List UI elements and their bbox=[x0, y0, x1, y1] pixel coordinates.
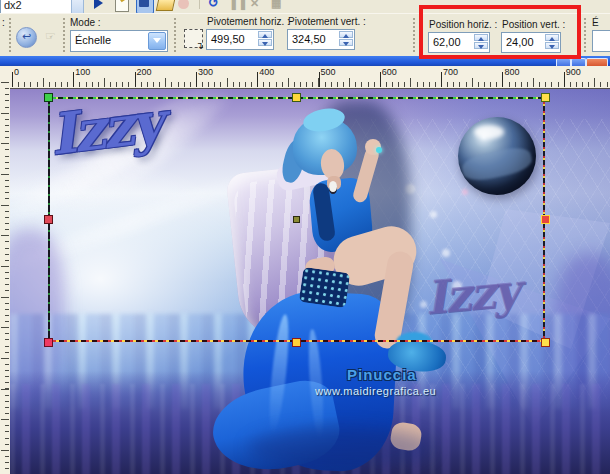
pivot-horiz-value: 499,50 bbox=[211, 33, 245, 45]
spinner-up-icon[interactable] bbox=[258, 31, 272, 38]
clipped-right-label: É bbox=[592, 17, 599, 28]
signature-text: Pinuccia bbox=[347, 366, 417, 383]
ruler-major-tick bbox=[73, 72, 74, 87]
middle-right-handle[interactable] bbox=[541, 215, 550, 224]
ruler-label: 700 bbox=[443, 67, 458, 77]
figure-reflection bbox=[248, 427, 433, 469]
mode-value: Échelle bbox=[75, 34, 111, 46]
folder-open-icon[interactable] bbox=[157, 0, 172, 11]
ruler-label: 400 bbox=[259, 67, 274, 77]
pivot-horiz-label: Pivotement horiz. : bbox=[207, 16, 290, 27]
standard-toolbar: dx2 ↺ ❚❚ ✕ ▦ bbox=[0, 0, 610, 13]
toolbar-separator bbox=[199, 0, 202, 9]
clipped-right-input bbox=[592, 30, 610, 52]
ruler-label: 800 bbox=[504, 67, 519, 77]
tool-options-palette: : ↩ ☞ Mode : Échelle Pivotement horiz. :… bbox=[0, 13, 610, 57]
top-right-handle[interactable] bbox=[541, 93, 550, 102]
page-edit-icon[interactable] bbox=[115, 0, 130, 11]
pivot-vert-value: 324,50 bbox=[292, 33, 326, 45]
preset-dropdown-button[interactable] bbox=[71, 0, 84, 13]
ruler-major-tick bbox=[12, 72, 13, 87]
group-separator bbox=[584, 18, 586, 52]
close-x-icon: ✕ bbox=[250, 0, 265, 11]
group-separator bbox=[174, 18, 176, 52]
position-horiz-label: Position horiz. : bbox=[429, 19, 497, 30]
preset-combobox[interactable]: dx2 bbox=[0, 0, 76, 13]
pivot-icon[interactable] bbox=[184, 29, 203, 48]
undo-icon[interactable]: ↺ bbox=[208, 0, 223, 11]
ruler-major-tick bbox=[257, 72, 258, 87]
record-icon bbox=[178, 0, 193, 11]
ruler-major-tick bbox=[380, 72, 381, 87]
pivot-vert-input[interactable]: 324,50 bbox=[287, 29, 355, 50]
ruler-label: 600 bbox=[382, 67, 397, 77]
spinner-up-icon[interactable] bbox=[474, 34, 488, 41]
paintshop-pro-window: dx2 ↺ ❚❚ ✕ ▦ : ↩ ☞ Mode : Échelle Pivote… bbox=[0, 0, 610, 474]
position-vert-value: 24,00 bbox=[506, 36, 534, 48]
spinner-up-icon[interactable] bbox=[339, 31, 353, 38]
center-pivot-handle[interactable] bbox=[293, 216, 300, 223]
ruler-mid-ticks bbox=[12, 78, 610, 87]
spinner-up-icon[interactable] bbox=[545, 34, 559, 41]
ruler-major-tick bbox=[441, 72, 442, 87]
pointer-tool-icon: ☞ bbox=[41, 27, 60, 46]
bottom-right-handle[interactable] bbox=[541, 338, 550, 347]
ruler-major-tick bbox=[502, 72, 503, 87]
selection-box bbox=[48, 97, 545, 342]
mode-select[interactable]: Échelle bbox=[70, 30, 168, 52]
ruler-label: 100 bbox=[75, 67, 90, 77]
ruler-mid-ticks bbox=[1, 82, 9, 474]
top-left-handle[interactable] bbox=[44, 93, 53, 102]
image-window-titlebar[interactable] bbox=[0, 56, 610, 66]
spinner-down-icon[interactable] bbox=[474, 42, 488, 49]
chevron-down-icon[interactable] bbox=[148, 32, 166, 50]
top-center-handle[interactable] bbox=[292, 93, 301, 102]
pivot-vert-label: Pivotement vert. : bbox=[288, 16, 366, 27]
position-vert-input[interactable]: 24,00 bbox=[501, 32, 561, 53]
flag-icon[interactable] bbox=[94, 0, 109, 11]
group-separator bbox=[63, 18, 65, 52]
save-icon[interactable] bbox=[136, 0, 151, 11]
ruler-major-tick bbox=[135, 72, 136, 87]
position-horiz-value: 62,00 bbox=[433, 36, 461, 48]
ruler-label: 900 bbox=[566, 67, 581, 77]
group-separator bbox=[413, 18, 415, 52]
ruler-label: 0 bbox=[14, 67, 19, 77]
disk-icon: ▦ bbox=[271, 0, 286, 11]
ruler-label: 300 bbox=[198, 67, 213, 77]
pause-icon: ❚❚ bbox=[229, 0, 244, 11]
spinner-down-icon[interactable] bbox=[258, 39, 272, 46]
position-vert-label: Position vert. : bbox=[502, 19, 565, 30]
group-separator bbox=[9, 18, 11, 52]
ruler-major-tick bbox=[319, 72, 320, 87]
clipped-label: : bbox=[2, 17, 5, 28]
ruler-major-tick bbox=[564, 72, 565, 87]
bottom-left-handle[interactable] bbox=[44, 338, 53, 347]
ruler-major-tick bbox=[196, 72, 197, 87]
reset-undo-button[interactable]: ↩ bbox=[16, 27, 37, 48]
spinner-down-icon[interactable] bbox=[339, 39, 353, 46]
mode-label: Mode : bbox=[70, 17, 101, 28]
position-horiz-input[interactable]: 62,00 bbox=[428, 32, 490, 53]
bottom-center-handle[interactable] bbox=[292, 338, 301, 347]
website-text: www.maidiregrafica.eu bbox=[315, 385, 436, 397]
ruler-label: 200 bbox=[137, 67, 152, 77]
middle-left-handle[interactable] bbox=[44, 215, 53, 224]
ruler-label: 500 bbox=[321, 67, 336, 77]
pivot-horiz-input[interactable]: 499,50 bbox=[206, 29, 274, 50]
horizontal-ruler: 0100200300400500600700800900 bbox=[0, 66, 610, 89]
spinner-down-icon[interactable] bbox=[545, 42, 559, 49]
